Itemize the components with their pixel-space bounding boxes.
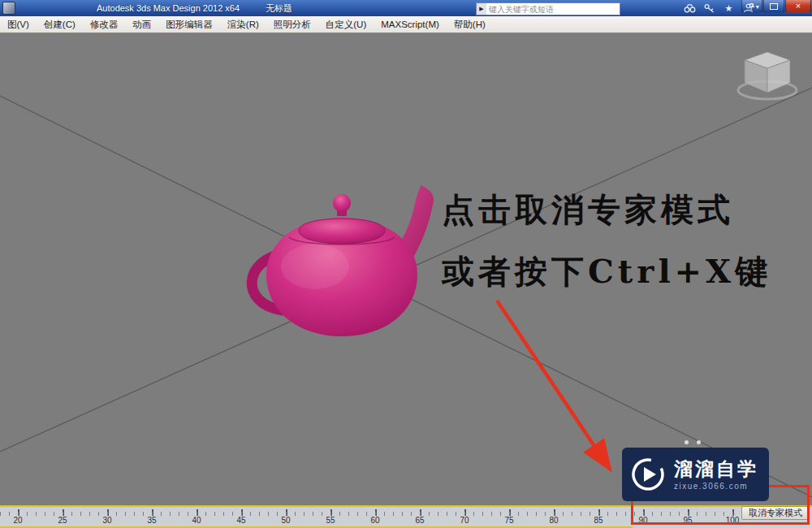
timeline-label-90: 90 <box>638 516 647 525</box>
timeline-label-100: 100 <box>726 516 740 525</box>
watermark-site: zixue.3066.com <box>674 482 758 491</box>
annotation-line1: 点击取消专家模式 <box>442 188 734 232</box>
timeline-label-65: 65 <box>415 516 424 525</box>
timeline-label-35: 35 <box>147 516 156 525</box>
menu-item-1[interactable]: 图(V) <box>0 16 37 32</box>
watermark-brand: 溜溜自学 <box>674 458 758 479</box>
timeline-label-80: 80 <box>549 516 558 525</box>
menu-item-10[interactable]: 帮助(H) <box>447 16 493 32</box>
key-icon[interactable] <box>703 3 715 14</box>
bottom-bar: 20253035404550556065707580859095100 取消专家… <box>0 505 812 528</box>
search-go-icon[interactable]: ▶ <box>477 3 486 15</box>
timeline-label-25: 25 <box>58 516 67 525</box>
maximize-icon <box>770 3 778 10</box>
close-button[interactable]: × <box>785 0 811 13</box>
watermark-logo-icon <box>630 457 666 492</box>
star-icon[interactable]: ★ <box>723 3 735 14</box>
expert-mode-button[interactable]: 取消专家模式 <box>741 506 810 520</box>
binoculars-icon[interactable] <box>684 3 696 14</box>
document-title: 无标题 <box>266 2 292 15</box>
teapot[interactable] <box>240 175 443 354</box>
menu-item-4[interactable]: 动画 <box>125 16 158 32</box>
menu-bar: 图(V)创建(C)修改器动画图形编辑器渲染(R)照明分析自定义(U)MAXScr… <box>0 16 812 33</box>
menu-item-2[interactable]: 创建(C) <box>37 16 83 32</box>
title-bar: Autodesk 3ds Max Design 2012 x64 无标题 ▶ ★ <box>0 0 812 16</box>
timeline-label-30: 30 <box>102 516 111 525</box>
timeline-ruler[interactable]: 20253035404550556065707580859095100 <box>0 505 812 528</box>
window-buttons: – × <box>741 0 811 13</box>
menu-item-8[interactable]: 自定义(U) <box>318 16 374 32</box>
timeline-label-75: 75 <box>504 516 513 525</box>
viewport[interactable]: 点击取消专家模式 或者按下Ctrl+X键 <box>0 33 812 505</box>
app-icon[interactable] <box>2 2 15 15</box>
timeline-label-45: 45 <box>236 516 245 525</box>
menu-item-5[interactable]: 图形编辑器 <box>158 16 220 32</box>
dot-2 <box>697 440 701 444</box>
timeline-label-95: 95 <box>683 516 692 525</box>
menu-item-7[interactable]: 照明分析 <box>266 16 318 32</box>
search-input[interactable] <box>486 4 620 14</box>
timeline-label-40: 40 <box>192 516 201 525</box>
timeline-label-70: 70 <box>460 516 469 525</box>
viewcube-icon[interactable] <box>735 45 801 104</box>
teapot-lid <box>299 219 385 244</box>
timeline-label-55: 55 <box>326 516 335 525</box>
timeline-label-20: 20 <box>13 516 22 525</box>
annotation-line2: 或者按下Ctrl+X键 <box>442 249 771 294</box>
dot-1 <box>685 440 689 444</box>
menu-item-6[interactable]: 渲染(R) <box>220 16 266 32</box>
menu-item-3[interactable]: 修改器 <box>83 16 126 32</box>
search-box: ▶ <box>476 2 620 15</box>
timeline-label-60: 60 <box>370 516 379 525</box>
timeline-label-85: 85 <box>594 516 603 525</box>
maximize-button[interactable] <box>763 0 784 13</box>
teapot-knob <box>333 194 351 212</box>
app-title: Autodesk 3ds Max Design 2012 x64 <box>97 3 240 13</box>
menu-item-9[interactable]: MAXScript(M) <box>374 16 447 32</box>
watermark: 溜溜自学 zixue.3066.com <box>622 448 769 501</box>
timeline-label-50: 50 <box>281 516 290 525</box>
minimize-button[interactable]: – <box>741 0 762 13</box>
